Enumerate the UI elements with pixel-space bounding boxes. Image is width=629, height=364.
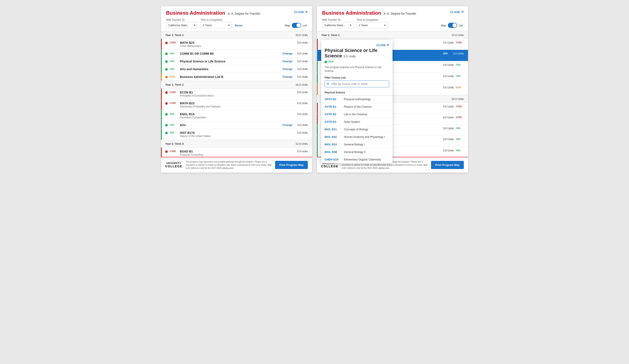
popup-course-item[interactable]: BIOL B11Concepts of Biology: [321, 126, 392, 133]
type-bar-core: [161, 89, 162, 99]
course-units: 3.0 Units: [297, 75, 308, 78]
change-link[interactable]: Change: [282, 123, 293, 126]
footer-disclaimer: This program map represents one possible…: [186, 160, 272, 170]
course-sub: Expository Composition: [180, 116, 295, 119]
course-units: 3.0 Units: [297, 123, 308, 126]
course-name: ENGL B1A: [180, 112, 295, 116]
term-3-title: Year 2: Term 3: [165, 142, 184, 145]
right-list-label: List: [459, 24, 463, 27]
right-completion-label: Time to Completion:: [356, 18, 388, 21]
popup-course-list: ANTH B1Physical AnthropologyASTR B1Physi…: [321, 95, 392, 163]
transfer-select[interactable]: California State...: [166, 22, 197, 28]
popup-title: Physical Science or Life Science 3.0 Uni…: [321, 48, 392, 60]
filter-label: Filter Course List:: [324, 76, 389, 79]
type-bar-core: [317, 39, 318, 50]
popup-dot-gen-icon: [324, 61, 327, 63]
term-header-2: Year 1: Term 2 16.0 Units: [161, 81, 312, 89]
right-completion-select[interactable]: 2 Years: [356, 22, 388, 28]
dot-core-icon: [165, 42, 168, 44]
term-2-units: 16.0 Units: [296, 83, 308, 86]
completion-select[interactable]: 2 Years: [200, 22, 232, 28]
course-units: 3.0 Units: [443, 86, 454, 89]
course-chooser-popup: CLOSE ✕ Physical Science or Life Science…: [321, 40, 392, 163]
popup-course-item[interactable]: BIOL B3BGeneral Biology II: [321, 148, 392, 156]
popup-course-item[interactable]: CHEM B18Elementary Organic Chemistry: [321, 156, 392, 163]
change-link[interactable]: Change: [282, 75, 293, 78]
term-1-units: 15.0 Units: [296, 33, 308, 37]
course-row: GEN Arts Change 3.0 Units: [161, 121, 312, 129]
toggle-switch[interactable]: [292, 23, 301, 28]
change-link[interactable]: Change: [282, 67, 293, 71]
right-term-1-units: 15.0 Units: [452, 33, 464, 37]
popup-course-name: General Biology I: [344, 143, 365, 146]
toggle-knob: [297, 23, 301, 27]
course-row: ELEC Business Administration List B Chan…: [161, 73, 312, 81]
popup-course-item[interactable]: ASTR B2Life in the Universe: [321, 111, 392, 118]
popup-course-item[interactable]: BIOL B32Human Anatomy and Physiology I: [321, 133, 392, 141]
filter-input[interactable]: [324, 81, 389, 87]
course-units: 3.0 Units: [297, 41, 308, 44]
course-row: GEN ENGL B1A Expository Composition 3.0 …: [161, 110, 312, 121]
course-sub: Finite Mathematics: [180, 45, 295, 48]
popup-course-item[interactable]: ASTR B1Physics of the Cosmos: [321, 103, 392, 111]
course-name: Business Administration List B: [180, 75, 280, 79]
course-units: 3.0 Units: [443, 41, 454, 44]
type-bar-gen: [161, 58, 162, 65]
type-bar-gen: [161, 121, 162, 129]
right-panel-title: Business Administration: [322, 10, 381, 16]
dot-gen-icon: [165, 53, 168, 55]
right-transfer-select[interactable]: California State...: [322, 22, 353, 28]
popup-course-item[interactable]: BIOL B3AGeneral Biology I: [321, 141, 392, 148]
close-x-icon: ✕: [461, 10, 464, 14]
popup-course-code: ASTR B1: [324, 105, 341, 108]
course-sub: Principles of Economics-Micro: [180, 94, 295, 97]
term-header-3: Year 2: Term 3 12.0 Units: [161, 140, 312, 148]
right-map-list-toggle: Map List: [441, 23, 463, 28]
type-bar-gen: [161, 50, 162, 57]
right-toggle-knob: [453, 23, 457, 27]
transfer-select-wrapper: California State... ▼: [166, 22, 197, 28]
popup-course-code: ASTR B3: [324, 120, 341, 123]
right-map-label: Map: [441, 24, 446, 27]
left-close-button[interactable]: CLOSE ✕: [294, 10, 308, 14]
popup-course-code: BIOL B11: [324, 128, 341, 131]
course-units: 3.0 Units: [297, 91, 308, 94]
change-link[interactable]: Change: [282, 60, 293, 63]
right-panel-wrapper: CLOSE ✕ Business Administration A. A. De…: [317, 6, 468, 173]
course-name: Physical Science or Life Science: [180, 60, 280, 63]
right-term-1-title: Year 1: Term 1: [321, 33, 340, 37]
course-units: 3.0 Units: [443, 75, 454, 78]
course-name: MATH B23: [180, 101, 295, 105]
course-row: CORE BSAD B1 Financial Accounting 3.0 Un…: [161, 148, 312, 157]
type-bar-core: [161, 99, 162, 110]
course-row: GEN HIST B17A History of the United Stat…: [161, 129, 312, 140]
dot-gen-icon: [165, 132, 168, 134]
popup-close-button[interactable]: CLOSE ✕: [376, 43, 389, 47]
course-row: GEN COMM B1 OR COMM B8 Change 3.0 Units: [161, 50, 312, 58]
right-term-2-units: 16.0 Units: [452, 97, 464, 100]
reset-button[interactable]: Reset: [235, 24, 242, 27]
print-button[interactable]: Print Program Map: [275, 161, 308, 169]
right-close-button[interactable]: CLOSE ✕: [450, 10, 464, 14]
right-footer-logo-bottom: COLLEGE: [321, 165, 338, 168]
right-completion-control: Time to Completion: 2 Years ▼: [356, 18, 388, 28]
right-print-button[interactable]: Print Program Map: [431, 161, 464, 169]
map-list-toggle: Map List: [285, 23, 307, 28]
course-name: ECON B1: [180, 91, 295, 94]
type-bar-core: [317, 103, 318, 113]
change-link[interactable]: Change: [282, 52, 293, 55]
left-panel-footer: UNIVERSITY COLLEGE This program map repr…: [161, 157, 312, 173]
course-sub: Financial Accounting: [180, 153, 295, 156]
popup-course-code: BIOL B3A: [324, 143, 341, 146]
type-bar-gen: [317, 147, 318, 157]
course-units: 4.0 Units: [443, 116, 454, 119]
popup-course-item[interactable]: ANTH B1Physical Anthropology: [321, 95, 392, 103]
completion-select-wrapper: 2 Years ▼: [200, 22, 232, 28]
right-toggle-switch[interactable]: [448, 23, 457, 28]
popup-course-item[interactable]: ASTR B3Solar System: [321, 118, 392, 126]
course-units: 4.0 Units: [297, 101, 308, 105]
type-bar-gen: [317, 136, 318, 147]
dot-gen-icon: [165, 68, 168, 71]
dot-gen-icon: [165, 124, 168, 126]
popup-section-label: Physical Science: [321, 90, 392, 95]
